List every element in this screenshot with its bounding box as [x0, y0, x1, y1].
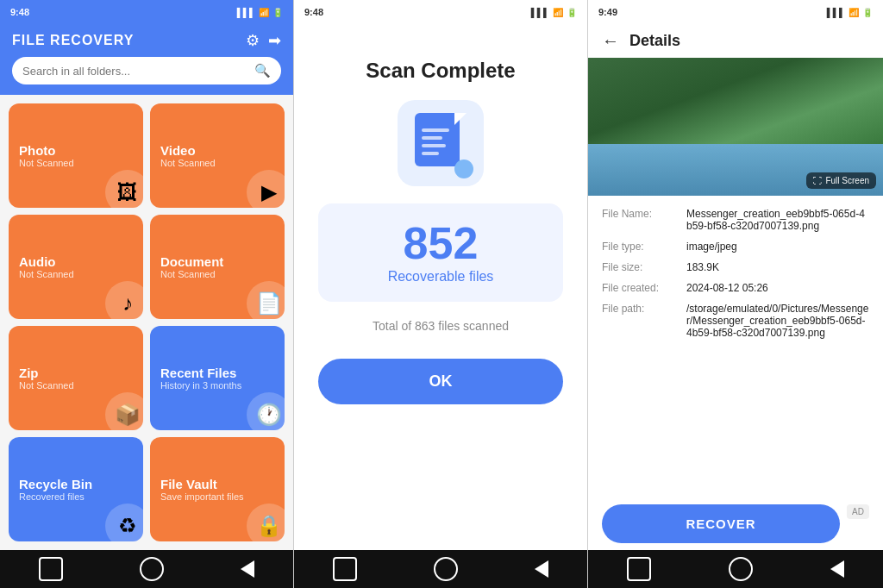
- cat-vault-title: File Vault: [160, 477, 274, 491]
- status-time-2: 9:48: [304, 7, 323, 17]
- status-bar-1: 9:48 ▌▌▌ 📶 🔋: [0, 0, 293, 24]
- scan-icon-wrapper: [398, 100, 484, 186]
- cat-recent-sub: History in 3 months: [160, 380, 274, 391]
- nav-circle-2[interactable]: [434, 557, 458, 581]
- signal-icon: ▌▌▌: [237, 8, 255, 17]
- status-bar-3: 9:49 ▌▌▌ 📶 🔋: [588, 0, 883, 24]
- category-recent[interactable]: Recent Files History in 3 months 🕐: [150, 326, 285, 430]
- doc-line-3: [422, 144, 446, 147]
- wifi-icon-3: 📶: [849, 8, 859, 17]
- battery-icon-2: 🔋: [567, 8, 577, 17]
- search-bar[interactable]: 🔍: [12, 57, 281, 84]
- nav-back-3[interactable]: [830, 560, 844, 578]
- nav-back-2[interactable]: [535, 560, 548, 578]
- cat-zip-title: Zip: [19, 366, 133, 380]
- cat-audio-icon: ♪: [105, 281, 143, 319]
- back-button[interactable]: ←: [602, 31, 619, 51]
- info-row-name: File Name: Messenger_creation_eeb9bbf5-0…: [602, 208, 869, 232]
- screen3-phone: 9:49 ▌▌▌ 📶 🔋 ← Details ⛶ Full Screen Fil…: [588, 0, 883, 588]
- recover-button[interactable]: RECOVER: [602, 504, 840, 543]
- cat-zip-sub: Not Scanned: [19, 380, 133, 391]
- scan-doc-icon: [415, 113, 467, 173]
- category-video[interactable]: Video Not Scanned ▶: [150, 103, 285, 208]
- cat-photo-title: Photo: [19, 143, 133, 158]
- cat-recent-icon: 🕐: [247, 392, 285, 430]
- fullscreen-icon: ⛶: [813, 176, 822, 185]
- status-time-3: 9:49: [598, 7, 617, 17]
- doc-lines: [422, 128, 449, 155]
- search-input[interactable]: [22, 65, 247, 78]
- ad-badge: AD: [847, 504, 869, 519]
- cat-recent-title: Recent Files: [160, 366, 274, 380]
- signal-icon-3: ▌▌▌: [827, 8, 845, 17]
- status-icons-1: ▌▌▌ 📶 🔋: [237, 8, 283, 17]
- nav-back-1[interactable]: [241, 560, 254, 578]
- details-header: ← Details: [588, 24, 883, 58]
- bottom-nav-2: [294, 550, 587, 588]
- scan-title: Scan Complete: [366, 59, 515, 83]
- nav-square-1[interactable]: [39, 557, 63, 581]
- category-zip[interactable]: Zip Not Scanned 📦: [9, 326, 143, 430]
- status-bar-2: 9:48 ▌▌▌ 📶 🔋: [294, 0, 587, 24]
- scan-body: Scan Complete 852 Recoverable files Tota…: [294, 24, 587, 550]
- cat-zip-icon: 📦: [105, 392, 143, 430]
- ok-button[interactable]: OK: [318, 359, 563, 404]
- category-photo[interactable]: Photo Not Scanned 🖼: [9, 103, 143, 208]
- result-box: 852 Recoverable files: [318, 203, 563, 302]
- nav-square-3[interactable]: [627, 557, 651, 581]
- category-document[interactable]: Document Not Scanned 📄: [150, 215, 285, 319]
- battery-icon: 🔋: [272, 8, 283, 17]
- doc-line-2: [422, 136, 442, 140]
- app-header: FILE RECOVERY ⚙ ➡ 🔍: [0, 24, 293, 95]
- share-icon[interactable]: ➡: [268, 31, 281, 50]
- file-info: File Name: Messenger_creation_eeb9bbf5-0…: [588, 196, 883, 494]
- info-row-created: File created: 2024-08-12 05:26: [602, 282, 869, 294]
- signal-icon-2: ▌▌▌: [531, 8, 549, 17]
- cat-video-title: Video: [160, 143, 274, 158]
- cat-doc-icon: 📄: [247, 281, 285, 319]
- status-icons-2: ▌▌▌ 📶 🔋: [531, 8, 577, 17]
- nav-circle-3[interactable]: [729, 557, 753, 581]
- filepath-label: File path:: [602, 303, 679, 315]
- wifi-icon-2: 📶: [553, 8, 563, 17]
- filesize-label: File size:: [602, 261, 679, 273]
- app-title: FILE RECOVERY: [12, 33, 134, 48]
- cat-recycle-title: Recycle Bin: [19, 477, 133, 491]
- filetype-value: image/jpeg: [686, 241, 869, 253]
- filetype-label: File type:: [602, 241, 679, 253]
- nav-circle-1[interactable]: [140, 557, 164, 581]
- doc-line-4: [422, 152, 439, 155]
- filepath-value: /storage/emulated/0/Pictures/Messenger/M…: [686, 303, 869, 339]
- result-number: 852: [353, 221, 529, 266]
- status-icons-3: ▌▌▌ 📶 🔋: [827, 8, 873, 17]
- fullscreen-label: Full Screen: [825, 176, 869, 185]
- cat-audio-sub: Not Scanned: [19, 269, 133, 279]
- info-row-size: File size: 183.9K: [602, 261, 869, 273]
- info-row-path: File path: /storage/emulated/0/Pictures/…: [602, 303, 869, 339]
- nav-square-2[interactable]: [333, 557, 357, 581]
- category-grid: Photo Not Scanned 🖼 Video Not Scanned ▶ …: [0, 95, 293, 550]
- settings-icon[interactable]: ⚙: [246, 31, 260, 50]
- screen1-phone: 9:48 ▌▌▌ 📶 🔋 FILE RECOVERY ⚙ ➡ 🔍 Photo N…: [0, 0, 294, 588]
- category-vault[interactable]: File Vault Save important files 🔒: [150, 437, 285, 541]
- cat-recycle-icon: ♻: [105, 504, 143, 541]
- scan-total: Total of 863 files scanned: [373, 319, 509, 333]
- filecreated-label: File created:: [602, 282, 679, 294]
- doc-line-1: [422, 128, 449, 132]
- cat-vault-icon: 🔒: [247, 504, 285, 541]
- cat-doc-sub: Not Scanned: [160, 269, 274, 279]
- category-audio[interactable]: Audio Not Scanned ♪: [9, 215, 143, 319]
- recover-footer: RECOVER AD: [588, 494, 883, 550]
- cat-video-icon: ▶: [247, 170, 285, 208]
- screen2-phone: 9:48 ▌▌▌ 📶 🔋 Scan Complete 852: [294, 0, 588, 588]
- bottom-nav-1: [0, 550, 293, 588]
- cat-recycle-sub: Recovered files: [19, 491, 133, 502]
- info-row-type: File type: image/jpeg: [602, 241, 869, 253]
- doc-corner: [454, 160, 473, 178]
- filecreated-value: 2024-08-12 05:26: [686, 282, 869, 294]
- category-recycle[interactable]: Recycle Bin Recovered files ♻: [9, 437, 143, 541]
- result-label: Recoverable files: [353, 269, 529, 285]
- status-time-1: 9:48: [10, 7, 29, 17]
- fullscreen-button[interactable]: ⛶ Full Screen: [806, 172, 876, 189]
- search-icon: 🔍: [254, 63, 271, 78]
